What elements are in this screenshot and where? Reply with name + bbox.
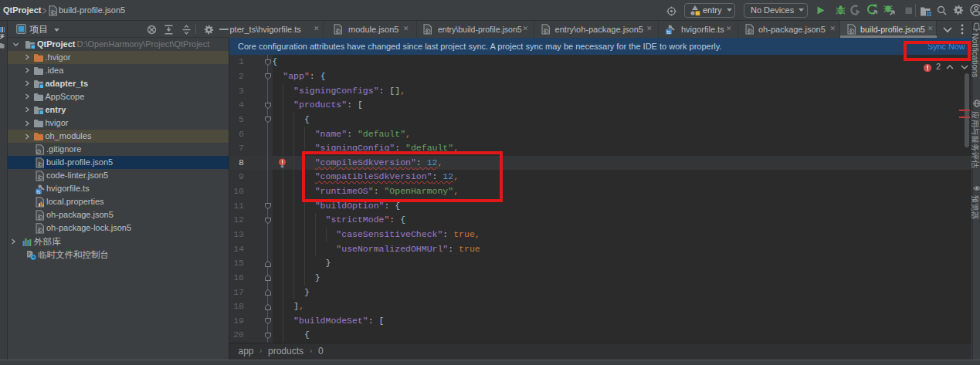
svg-text:ts: ts — [666, 29, 671, 35]
svg-text:ts: ts — [36, 188, 41, 194]
